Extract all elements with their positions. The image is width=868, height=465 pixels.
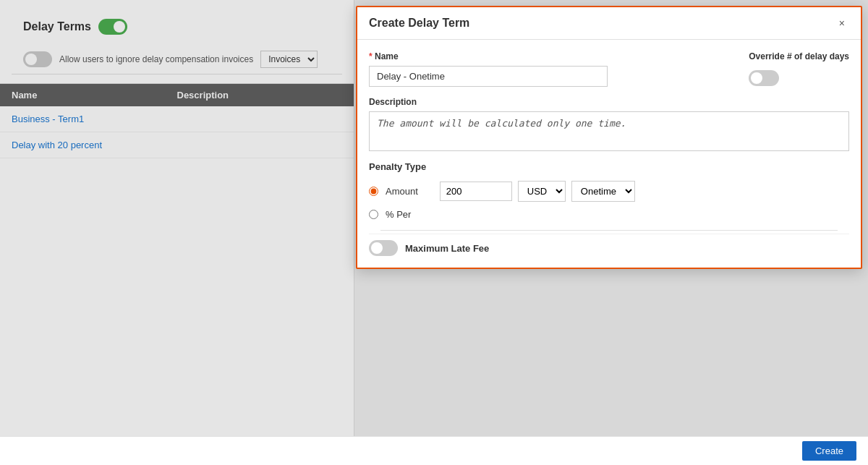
name-label: * Name [369,51,731,61]
override-toggle[interactable] [749,70,779,86]
name-input[interactable] [369,66,608,87]
description-label: Description [369,97,849,107]
page-footer: Create [0,436,868,465]
modal-title: Create Delay Term [369,17,469,30]
create-delay-term-modal: Create Delay Term × * Name Override # of… [356,6,862,269]
create-button[interactable]: Create [802,441,856,461]
description-textarea[interactable]: The amount will be calculated only one t… [369,111,849,151]
modal-close-button[interactable]: × [835,16,849,30]
amount-input[interactable] [440,182,512,201]
modal-title-bar: Create Delay Term × [357,7,861,40]
percent-per-radio[interactable] [369,210,378,219]
amount-radio-label: Amount [386,186,418,197]
percent-per-label: % Per [386,209,411,220]
amount-radio[interactable] [369,187,378,196]
frequency-select[interactable]: Onetime Daily Monthly [571,181,635,202]
penalty-type-label: Penalty Type [369,161,849,172]
override-label: Override # of delay days [749,51,849,61]
max-late-fee-toggle[interactable] [369,240,398,256]
max-late-fee-label: Maximum Late Fee [405,243,489,254]
currency-select[interactable]: USD EUR GBP [518,181,566,202]
